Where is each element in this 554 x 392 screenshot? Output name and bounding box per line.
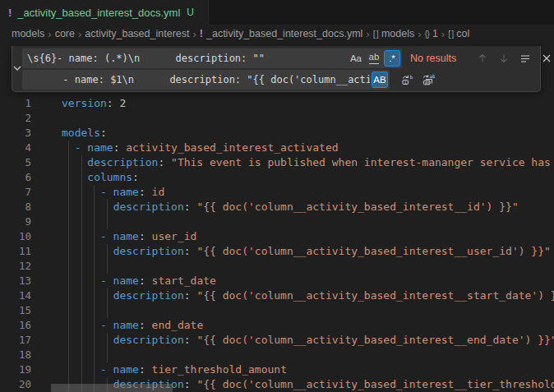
line-number: 7 <box>0 185 31 200</box>
svg-text:b: b <box>409 74 413 80</box>
svg-text:ab: ab <box>429 73 435 79</box>
indent-guide <box>81 303 82 318</box>
breadcrumb-item[interactable]: {}1 <box>425 28 438 39</box>
code-line[interactable]: 13 - name: start_date <box>0 274 554 288</box>
line-number: 13 <box>0 274 31 288</box>
code-line-text: description: "{{ doc('column__activity_b… <box>62 288 554 303</box>
find-results-status: No results <box>410 53 469 64</box>
line-number: 12 <box>0 259 31 274</box>
code-line[interactable]: 14 description: "{{ doc('column__activit… <box>0 288 554 303</box>
code-line[interactable]: 10 - name: user_id <box>0 229 554 244</box>
line-number: 8 <box>0 200 31 214</box>
line-number: 18 <box>0 348 31 362</box>
code-line-text: - name: start_date <box>62 274 216 288</box>
code-line[interactable]: 8 description: "{{ doc('column__activity… <box>0 200 554 214</box>
code-line[interactable]: 1version: 2 <box>0 96 554 111</box>
code-line[interactable]: 5 description: "This event is published … <box>0 155 554 170</box>
code-line[interactable]: 3models: <box>0 126 554 141</box>
regex-button[interactable]: .* <box>384 50 400 67</box>
code-line[interactable]: 17 description: "{{ doc('column__activit… <box>0 333 554 348</box>
breadcrumb-label: 1 <box>432 28 438 39</box>
replace-button[interactable]: b c <box>398 71 415 89</box>
breadcrumb-item[interactable]: models <box>12 28 44 39</box>
code-line[interactable]: 7 - name: id <box>0 185 554 200</box>
replace-input[interactable]: - name: $1\n description: "{{ doc('colum… <box>22 70 390 90</box>
breadcrumb-item[interactable]: !_activity_based_interest_docs.yml <box>200 28 363 39</box>
line-number: 4 <box>0 141 31 155</box>
indent-guide <box>68 214 69 229</box>
find-input[interactable]: \s{6}- name: (.*)\n description: "" Aa a… <box>22 48 402 68</box>
code-line[interactable]: 12 <box>0 259 554 274</box>
find-in-selection-button[interactable] <box>516 50 533 67</box>
code-lines: 1version: 223models:4 - name: activity_b… <box>0 96 554 392</box>
breadcrumb-separator-icon: › <box>366 28 369 40</box>
breadcrumb-item[interactable]: activity_based_interest <box>85 28 189 39</box>
indent-guide <box>94 303 95 318</box>
indent-guide <box>81 348 82 362</box>
editor-pane[interactable]: 1version: 223models:4 - name: activity_b… <box>0 43 554 392</box>
tab-bar: ! _activity_based_interest_docs.yml U <box>0 0 554 25</box>
line-number: 1 <box>0 96 31 111</box>
code-line-text: columns: <box>62 170 139 185</box>
line-number: 17 <box>0 333 31 348</box>
code-line-text: models: <box>62 126 107 141</box>
code-line-text: - name: user_id <box>62 229 196 244</box>
code-line[interactable]: 18 <box>0 348 554 362</box>
breadcrumb-separator-icon: › <box>441 28 445 40</box>
match-case-button[interactable]: Aa <box>348 50 364 67</box>
breadcrumb-separator-icon: › <box>48 28 51 40</box>
indent-guide <box>94 259 95 274</box>
breadcrumb: models›core›activity_based_interest›!_ac… <box>0 25 554 43</box>
indent-guide <box>107 214 108 229</box>
code-line-text: description: "{{ doc('column__activity_b… <box>62 244 551 259</box>
vscode-editor-window: ! _activity_based_interest_docs.yml U mo… <box>0 0 554 392</box>
line-number: 10 <box>0 229 31 244</box>
indent-guide <box>68 303 69 318</box>
breadcrumb-item[interactable]: [ ]col <box>448 28 469 39</box>
tab-activity-based-interest-docs[interactable]: ! _activity_based_interest_docs.yml U <box>0 0 209 25</box>
breadcrumb-label: _activity_based_interest_docs.yml <box>206 28 362 39</box>
indent-guide <box>107 303 108 318</box>
line-number: 19 <box>0 362 31 377</box>
horizontal-scrollbar[interactable] <box>51 384 173 392</box>
breadcrumb-label: activity_based_interest <box>85 28 189 39</box>
toggle-replace-button[interactable] <box>12 46 22 91</box>
code-line-text: description: "{{ doc('column__activity_b… <box>62 333 554 348</box>
breadcrumb-separator-icon: › <box>418 28 421 40</box>
breadcrumb-item[interactable]: core <box>55 28 75 39</box>
symbol-array-icon: [ ] <box>448 29 453 39</box>
close-button[interactable] <box>538 50 554 67</box>
code-line[interactable]: 4 - name: activity_based_interest_activa… <box>0 141 554 155</box>
code-line-text: - name: end_date <box>62 318 203 333</box>
code-line-text: - name: tier_threshold_amount <box>62 362 287 377</box>
code-line-text: - name: activity_based_interest_activate… <box>62 141 339 155</box>
code-line[interactable]: 19 - name: tier_threshold_amount <box>0 362 554 377</box>
replace-icon: b c <box>400 73 413 86</box>
replace-all-button[interactable]: ab ac <box>419 71 436 89</box>
line-number: 15 <box>0 303 31 318</box>
whole-word-button[interactable]: ab <box>366 50 382 67</box>
indent-guide <box>68 348 69 362</box>
line-number: 20 <box>0 377 31 392</box>
symbol-array-icon: [ ] <box>373 29 378 39</box>
svg-text:ac: ac <box>424 79 431 85</box>
preserve-case-button[interactable]: AB <box>372 71 388 88</box>
code-line[interactable]: 16 - name: end_date <box>0 318 554 333</box>
tab-title: _activity_based_interest_docs.yml <box>17 7 180 19</box>
code-line[interactable]: 9 <box>0 214 554 229</box>
next-match-button[interactable] <box>495 50 512 67</box>
code-line-text: version: 2 <box>62 96 126 111</box>
code-line[interactable]: 15 <box>0 303 554 318</box>
replace-value-text: - name: $1\n description: "{{ doc('colum… <box>27 74 370 85</box>
indent-guide <box>107 259 108 274</box>
previous-match-button[interactable] <box>473 50 491 67</box>
breadcrumb-label: models <box>381 28 414 39</box>
code-line[interactable]: 11 description: "{{ doc('column__activit… <box>0 244 554 259</box>
breadcrumb-item[interactable]: [ ]models <box>373 28 414 39</box>
svg-text:c: c <box>404 79 408 85</box>
indent-guide <box>94 348 95 362</box>
code-line[interactable]: 2 <box>0 111 554 126</box>
code-line[interactable]: 6 columns: <box>0 170 554 185</box>
breadcrumb-separator-icon: › <box>192 28 196 40</box>
line-number: 6 <box>0 170 31 185</box>
